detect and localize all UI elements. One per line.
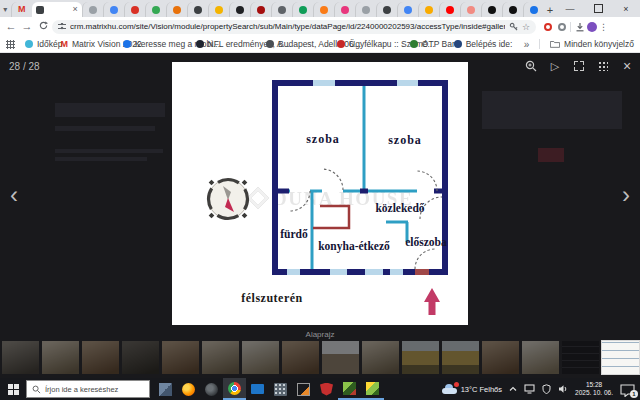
tab-favicon — [320, 6, 328, 14]
maximize-button[interactable] — [584, 0, 612, 17]
gallery-thumbnail[interactable] — [162, 341, 199, 374]
browser-tab[interactable] — [145, 2, 166, 17]
gallery-thumbnail[interactable] — [242, 341, 279, 374]
gallery-close-button[interactable]: × — [620, 59, 634, 73]
gallery-thumbnail[interactable] — [202, 341, 239, 374]
browser-tab[interactable] — [313, 2, 334, 17]
tray-chevron-up-icon[interactable] — [509, 386, 517, 392]
action-center-button[interactable]: 1 — [620, 383, 635, 396]
taskbar-app-chrome[interactable] — [223, 378, 246, 400]
new-tab-button[interactable]: + — [544, 2, 556, 17]
bookmark-star-icon[interactable]: ☆ — [522, 22, 530, 32]
gallery-thumbnail[interactable] — [2, 341, 39, 374]
browser-tab[interactable] — [355, 2, 376, 17]
browser-tab[interactable] — [439, 2, 460, 17]
browser-tab[interactable] — [292, 2, 313, 17]
browser-tab[interactable] — [229, 2, 250, 17]
gallery-thumbnail[interactable] — [522, 341, 559, 374]
browser-tab[interactable] — [103, 2, 124, 17]
site-settings-icon[interactable] — [58, 23, 66, 30]
taskbar-app-image-viewer-1[interactable] — [338, 378, 361, 400]
prev-image-arrow[interactable]: ‹ — [10, 183, 18, 207]
apps-grid-icon[interactable] — [6, 40, 15, 49]
browser-toolbar: ← → crm.matrixhu.com/site/Vision/module/… — [0, 17, 640, 36]
browser-tab[interactable] — [418, 2, 439, 17]
taskbar-app-calculator[interactable] — [269, 378, 292, 400]
gallery-thumbnail[interactable] — [442, 341, 479, 374]
weather-text: 13°C Felhős — [461, 385, 502, 394]
zoom-in-button[interactable] — [524, 59, 538, 73]
download-icon[interactable] — [575, 22, 585, 32]
minimize-button[interactable]: — — [556, 0, 584, 17]
gallery-thumbnail[interactable] — [42, 341, 79, 374]
gallery-thumbnail[interactable] — [322, 341, 359, 374]
weather-widget[interactable]: 13°C Felhős — [442, 384, 502, 394]
browser-tab[interactable] — [124, 2, 145, 17]
tab-close-icon[interactable]: × — [72, 5, 77, 14]
browser-tab[interactable] — [334, 2, 355, 17]
bookmark-item[interactable]: Budapest, Adella 06... — [266, 39, 325, 49]
profile-avatar[interactable] — [587, 22, 597, 32]
tab-search-chevron-icon[interactable]: ▾ — [0, 2, 11, 17]
thumbnails-grid-button[interactable] — [596, 59, 610, 73]
bookmarks-overflow-chevron[interactable]: » — [524, 39, 530, 50]
tray-volume-icon[interactable] — [558, 384, 568, 394]
tray-display-icon[interactable] — [524, 384, 535, 394]
start-button[interactable] — [0, 378, 26, 400]
bookmark-item[interactable]: Keresse meg a mobi... — [123, 39, 183, 49]
gallery-thumbnail[interactable] — [122, 341, 159, 374]
browser-tab[interactable] — [397, 2, 418, 17]
reload-button[interactable] — [36, 21, 50, 32]
taskbar-app-computer[interactable] — [246, 378, 269, 400]
passkey-icon[interactable] — [509, 22, 518, 31]
bookmark-item[interactable]: NFL eredmények, A... — [196, 39, 255, 49]
browser-tab[interactable] — [271, 2, 292, 17]
back-button[interactable]: ← — [4, 21, 18, 32]
browser-tab[interactable] — [502, 2, 523, 17]
taskbar-app-notepad[interactable] — [292, 378, 315, 400]
browser-tab-active[interactable]: × — [32, 2, 82, 17]
taskbar-app-firefox[interactable] — [177, 378, 200, 400]
browser-tab[interactable] — [250, 2, 271, 17]
extension-red-icon[interactable] — [544, 23, 552, 31]
taskbar-search-input[interactable]: Írjon ide a kereséshez — [26, 380, 150, 398]
bookmark-item[interactable]: MMatrix Vision 2022 — [60, 39, 111, 49]
all-bookmarks-button[interactable]: Minden könyvjelző — [550, 39, 634, 49]
forward-button[interactable]: → — [20, 21, 34, 32]
browser-tab[interactable]: M — [11, 2, 32, 17]
fullscreen-button[interactable] — [572, 59, 586, 73]
tray-shield-icon[interactable] — [542, 384, 551, 394]
gallery-thumbnail[interactable] — [402, 341, 439, 374]
bookmark-item[interactable]: Ügyfélkapu :: Szemé... — [337, 39, 398, 49]
gallery-thumbnail[interactable] — [82, 341, 119, 374]
gallery-thumbnail[interactable] — [562, 341, 599, 374]
taskbar-app-photos[interactable] — [154, 378, 177, 400]
taskbar-app-darkapp[interactable] — [200, 378, 223, 400]
browser-tab[interactable] — [82, 2, 103, 17]
browser-tab[interactable] — [523, 2, 544, 17]
browser-tab[interactable] — [187, 2, 208, 17]
gallery-thumbnail[interactable] — [602, 341, 639, 374]
browser-tab[interactable] — [208, 2, 229, 17]
browser-tab[interactable] — [376, 2, 397, 17]
browser-tab[interactable] — [460, 2, 481, 17]
next-image-arrow[interactable]: › — [622, 183, 630, 207]
chrome-menu-icon[interactable]: ⋮ — [599, 22, 608, 32]
browser-tab[interactable] — [166, 2, 187, 17]
slideshow-button[interactable]: ▷ — [548, 59, 562, 73]
taskbar-app-shield[interactable] — [315, 378, 338, 400]
browser-tab[interactable] — [481, 2, 502, 17]
taskbar-app-image-viewer-2[interactable] — [361, 378, 384, 400]
bookmark-item[interactable]: OTP Bank — [410, 39, 442, 49]
window-close-button[interactable]: × — [612, 0, 640, 17]
address-bar[interactable]: crm.matrixhu.com/site/Vision/module/prop… — [52, 20, 536, 34]
gallery-thumbnail[interactable] — [362, 341, 399, 374]
extension-gray-icon[interactable] — [558, 23, 566, 31]
bookmark-item[interactable]: Időkép — [25, 39, 48, 49]
gallery-thumbnail[interactable] — [482, 341, 519, 374]
bookmark-favicon — [196, 40, 204, 48]
gallery-main-image[interactable]: DUNA HOUSE — [172, 62, 468, 325]
gallery-thumbnail[interactable] — [282, 341, 319, 374]
bookmark-item[interactable]: Belépés ide: MVM-É... — [454, 39, 514, 49]
taskbar-clock[interactable]: 15:28 2025. 10. 06. — [575, 381, 613, 398]
